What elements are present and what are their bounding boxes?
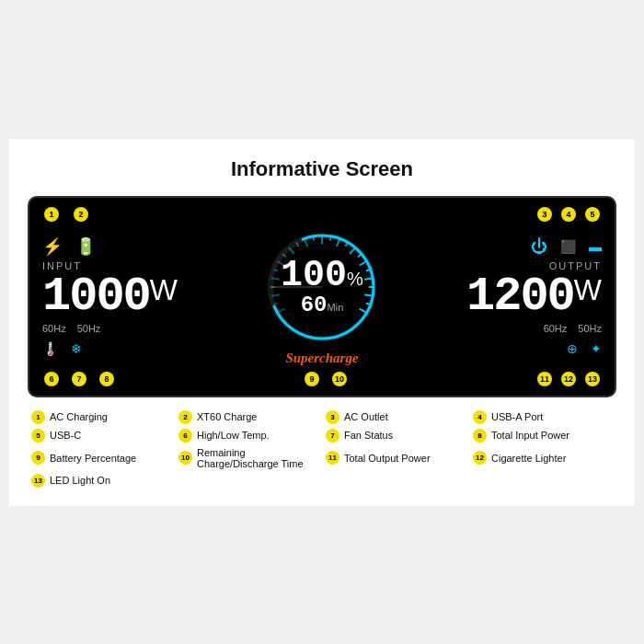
top-badges-left: 1 2 bbox=[44, 207, 88, 222]
legend-num: 5 bbox=[31, 429, 45, 443]
legend-item: 6 High/Low Temp. bbox=[178, 429, 318, 443]
legend-text: AC Outlet bbox=[344, 411, 388, 422]
legend-num: 9 bbox=[31, 451, 45, 465]
legend-item: 2 XT60 Charge bbox=[178, 410, 318, 424]
legend-num: 2 bbox=[178, 410, 192, 424]
gauge-percent-value: 100 bbox=[281, 255, 347, 296]
top-badges-right: 3 4 5 bbox=[537, 207, 600, 222]
input-power-unit: W bbox=[150, 273, 178, 306]
legend-text: Total Output Power bbox=[344, 453, 431, 464]
gauge-inner: 100% 60Min bbox=[281, 258, 363, 316]
legend-num: 3 bbox=[326, 410, 339, 424]
usb-c-icon: ⬛ bbox=[560, 239, 576, 254]
bottom-badges-left: 6 7 8 bbox=[44, 372, 114, 386]
legend-item: 1 AC Charging bbox=[31, 410, 171, 424]
legend-item: 13 LED Light On bbox=[31, 474, 171, 488]
badge-5: 5 bbox=[585, 207, 600, 222]
legend-num: 11 bbox=[326, 451, 339, 465]
badge-2: 2 bbox=[74, 207, 88, 222]
gauge-minutes-value: 60 bbox=[301, 293, 328, 317]
legend-text: Fan Status bbox=[344, 430, 393, 441]
badge-12: 12 bbox=[561, 372, 576, 386]
legend-text: LED Light On bbox=[50, 475, 110, 486]
center-gauge: 100% 60Min Supercharge bbox=[262, 227, 382, 366]
legend: 1 AC Charging 2 XT60 Charge 3 AC Outlet … bbox=[28, 410, 616, 488]
card: Informative Screen 1 2 3 4 5 ⚡ 🔋 bbox=[9, 139, 635, 506]
badge-8: 8 bbox=[99, 372, 114, 386]
legend-item: 3 AC Outlet bbox=[326, 410, 466, 424]
temp-icon: 🌡️ bbox=[42, 341, 58, 356]
gauge-minutes-display: 60Min bbox=[281, 294, 363, 316]
output-power-unit: W bbox=[574, 273, 602, 306]
badge-7: 7 bbox=[72, 372, 86, 386]
input-hz2: 50Hz bbox=[77, 323, 101, 334]
informative-screen: 1 2 3 4 5 ⚡ 🔋 INPUT 1000W bbox=[28, 196, 616, 397]
outlet-icon: ⏻ bbox=[531, 237, 547, 257]
legend-item: 8 Total Input Power bbox=[473, 429, 613, 443]
input-power-value: 1000 bbox=[42, 270, 150, 324]
snowflake-icon: ❄ bbox=[71, 341, 82, 356]
legend-item: 4 USB-A Port bbox=[473, 410, 613, 424]
xt60-icon: 🔋 bbox=[75, 236, 96, 257]
legend-num: 1 bbox=[31, 410, 45, 424]
legend-item: 11 Total Output Power bbox=[326, 447, 466, 469]
input-section: ⚡ 🔋 INPUT 1000W 60Hz 50Hz 🌡️ ❄ bbox=[42, 236, 190, 356]
badge-6: 6 bbox=[44, 372, 59, 386]
output-hz2: 50Hz bbox=[578, 323, 602, 334]
gauge-wrapper: 100% 60Min bbox=[262, 227, 382, 347]
legend-text: USB-A Port bbox=[491, 411, 543, 422]
gauge-pct-sign: % bbox=[347, 269, 363, 289]
output-section: ⏻ ⬛ ▬ OUTPUT 1200W 60Hz 50Hz ⊕ ✦ bbox=[454, 237, 602, 356]
legend-text: AC Charging bbox=[50, 411, 108, 422]
output-bottom-icons: ⊕ ✦ bbox=[567, 341, 602, 356]
output-power-value: 1200 bbox=[466, 270, 574, 324]
gauge-percent-display: 100% bbox=[281, 258, 363, 294]
legend-num: 10 bbox=[178, 451, 192, 465]
legend-num: 8 bbox=[473, 429, 487, 443]
legend-num: 7 bbox=[326, 429, 339, 443]
badge-10: 10 bbox=[332, 372, 347, 386]
legend-item: 9 Battery Percentage bbox=[31, 447, 171, 469]
bottom-badges-right: 11 12 13 bbox=[537, 372, 600, 386]
gauge-min-label: Min bbox=[328, 302, 344, 313]
badge-9: 9 bbox=[305, 372, 319, 386]
legend-item: 12 Cigarette Lighter bbox=[473, 447, 613, 469]
input-hz-row: 60Hz 50Hz bbox=[42, 323, 100, 334]
legend-text: Total Input Power bbox=[491, 430, 569, 441]
bottom-badges-center: 9 10 bbox=[305, 372, 347, 386]
input-top-icons: ⚡ 🔋 bbox=[42, 236, 96, 257]
display-area: ⚡ 🔋 INPUT 1000W 60Hz 50Hz 🌡️ ❄ bbox=[42, 224, 602, 370]
legend-item: 10 Remaining Charge/Discharge Time bbox=[178, 447, 318, 469]
top-badges-row: 1 2 3 4 5 bbox=[42, 207, 602, 222]
legend-num: 13 bbox=[31, 474, 45, 488]
legend-text: Remaining Charge/Discharge Time bbox=[197, 447, 318, 469]
badge-3: 3 bbox=[537, 207, 552, 222]
output-top-icons: ⏻ ⬛ ▬ bbox=[531, 237, 602, 257]
light-icon: ✦ bbox=[591, 341, 602, 356]
badge-1: 1 bbox=[44, 207, 59, 222]
bottom-badges-row: 6 7 8 9 10 11 12 13 bbox=[42, 372, 602, 386]
fan-icon: ⊕ bbox=[567, 341, 578, 356]
legend-text: Cigarette Lighter bbox=[491, 453, 566, 464]
legend-num: 12 bbox=[473, 451, 487, 465]
usb-a-icon: ▬ bbox=[589, 239, 602, 254]
input-power-display: 1000W bbox=[42, 273, 178, 321]
badge-11: 11 bbox=[537, 372, 552, 386]
legend-item: 7 Fan Status bbox=[326, 429, 466, 443]
legend-text: USB-C bbox=[50, 430, 81, 441]
supercharge-label: Supercharge bbox=[285, 351, 358, 366]
legend-item: 5 USB-C bbox=[31, 429, 171, 443]
badge-4: 4 bbox=[561, 207, 576, 222]
badge-13: 13 bbox=[585, 372, 600, 386]
legend-text: High/Low Temp. bbox=[197, 430, 270, 441]
output-hz-row: 60Hz 50Hz bbox=[544, 323, 602, 334]
legend-num: 6 bbox=[178, 429, 192, 443]
legend-text: Battery Percentage bbox=[50, 453, 136, 464]
legend-num: 4 bbox=[473, 410, 487, 424]
output-hz1: 60Hz bbox=[544, 323, 568, 334]
input-hz1: 60Hz bbox=[42, 323, 66, 334]
legend-text: XT60 Charge bbox=[197, 411, 257, 422]
output-power-display: 1200W bbox=[466, 273, 602, 321]
page-title: Informative Screen bbox=[28, 157, 616, 181]
ac-charging-icon: ⚡ bbox=[42, 236, 63, 257]
